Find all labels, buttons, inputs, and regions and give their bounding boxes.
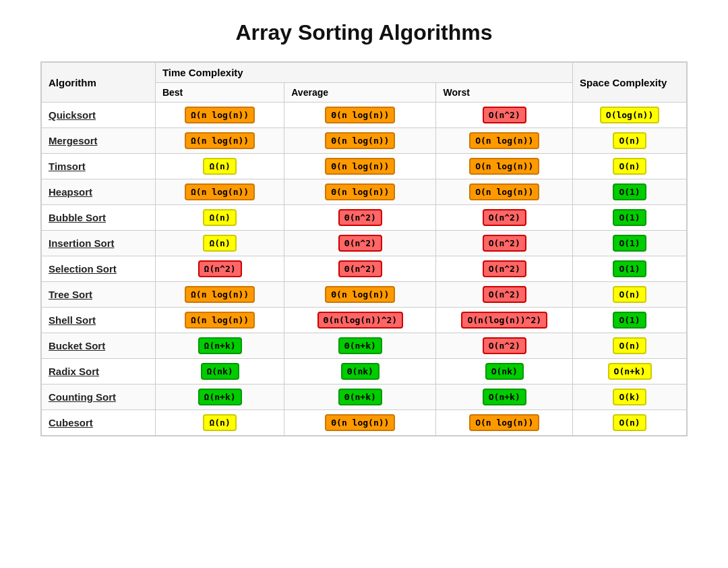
space-cell: O(1) [573, 256, 687, 282]
algo-name-cell[interactable]: Timsort [42, 154, 156, 179]
best-badge: Ω(n^2) [198, 260, 242, 277]
best-cell: Ω(n) [155, 410, 284, 436]
algo-name-cell[interactable]: Bubble Sort [42, 205, 156, 231]
algo-name[interactable]: Timsort [49, 161, 86, 172]
worst-time-badge: O(nk) [485, 363, 524, 380]
best-badge: Ω(n) [203, 414, 236, 431]
avg-badge: Θ(n^2) [338, 209, 382, 226]
worst-time-badge: O(n log(n)) [469, 183, 539, 200]
avg-badge: Θ(n log(n)) [325, 107, 395, 123]
worst-time-cell: O(n(log(n))^2) [436, 308, 573, 333]
space-cell: O(n+k) [573, 359, 687, 385]
table-row: HeapsortΩ(n log(n))Θ(n log(n))O(n log(n)… [42, 179, 687, 205]
avg-badge: Θ(n log(n)) [325, 132, 395, 149]
avg-cell: Θ(n log(n)) [284, 410, 436, 436]
worst-time-badge: O(n log(n)) [469, 132, 539, 149]
worst-time-cell: O(n^2) [436, 205, 573, 231]
avg-cell: Θ(n log(n)) [284, 103, 436, 128]
algo-name-cell[interactable]: Radix Sort [42, 359, 156, 385]
algo-name-cell[interactable]: Insertion Sort [42, 231, 156, 256]
worst-time-badge: O(n log(n)) [469, 414, 539, 431]
page-title: Array Sorting Algorithms [235, 20, 492, 45]
space-badge: O(1) [613, 260, 646, 277]
algo-name[interactable]: Cubesort [49, 417, 93, 428]
space-badge: O(n) [613, 132, 646, 149]
space-badge: O(1) [613, 312, 646, 329]
algo-name[interactable]: Selection Sort [49, 263, 117, 275]
header-time-complexity: Time Complexity [155, 63, 572, 83]
best-badge: Ω(n+k) [198, 389, 242, 405]
best-cell: Ω(n) [155, 205, 284, 231]
worst-time-cell: O(n log(n)) [436, 154, 573, 179]
avg-badge: Θ(n+k) [338, 389, 382, 405]
best-cell: Ω(n+k) [155, 385, 284, 410]
worst-time-badge: O(n^2) [483, 337, 526, 354]
table-row: Insertion SortΩ(n)Θ(n^2)O(n^2)O(1) [42, 231, 687, 256]
best-cell: Ω(n^2) [155, 256, 284, 282]
table-row: Bubble SortΩ(n)Θ(n^2)O(n^2)O(1) [42, 205, 687, 231]
algo-name-cell[interactable]: Mergesort [42, 128, 156, 154]
avg-badge: Θ(n log(n)) [325, 286, 395, 303]
space-cell: O(n) [573, 333, 687, 359]
avg-cell: Θ(n log(n)) [284, 128, 436, 154]
space-badge: O(n) [613, 286, 646, 303]
algo-name[interactable]: Tree Sort [49, 289, 92, 300]
space-cell: O(1) [573, 179, 687, 205]
algo-name[interactable]: Bubble Sort [49, 212, 106, 223]
algo-name[interactable]: Shell Sort [49, 314, 96, 326]
best-cell: Ω(n) [155, 231, 284, 256]
header-space-complexity: Space Complexity [573, 63, 687, 103]
best-badge: Ω(n log(n)) [185, 286, 255, 303]
algo-name[interactable]: Bucket Sort [49, 340, 105, 351]
algo-name[interactable]: Counting Sort [49, 391, 116, 403]
best-badge: Ω(n log(n)) [185, 312, 255, 329]
algo-name-cell[interactable]: Selection Sort [42, 256, 156, 282]
worst-time-cell: O(n^2) [436, 231, 573, 256]
space-badge: O(n+k) [608, 363, 652, 380]
avg-cell: Θ(n^2) [284, 256, 436, 282]
header-algorithm: Algorithm [42, 63, 156, 103]
algo-name-cell[interactable]: Tree Sort [42, 282, 156, 308]
space-badge: O(log(n)) [600, 107, 659, 123]
algo-name[interactable]: Quicksort [49, 109, 96, 121]
space-badge: O(n) [613, 158, 646, 175]
worst-time-badge: O(n+k) [483, 389, 526, 405]
algo-name-cell[interactable]: Shell Sort [42, 308, 156, 333]
algo-name-cell[interactable]: Heapsort [42, 179, 156, 205]
best-badge: Ω(n+k) [198, 337, 242, 354]
table-row: QuicksortΩ(n log(n))Θ(n log(n))O(n^2)O(l… [42, 103, 687, 128]
best-badge: Ω(n) [203, 235, 236, 252]
algo-name[interactable]: Heapsort [49, 186, 92, 198]
worst-time-cell: O(n+k) [436, 385, 573, 410]
avg-badge: Θ(n(log(n))^2) [317, 312, 404, 329]
worst-time-badge: O(n^2) [483, 107, 526, 123]
table-row: MergesortΩ(n log(n))Θ(n log(n))O(n log(n… [42, 128, 687, 154]
best-cell: Ω(n+k) [155, 333, 284, 359]
algo-name-cell[interactable]: Counting Sort [42, 385, 156, 410]
algo-name[interactable]: Radix Sort [49, 366, 99, 377]
space-badge: O(k) [613, 389, 646, 405]
avg-cell: Θ(n(log(n))^2) [284, 308, 436, 333]
algo-name-cell[interactable]: Quicksort [42, 103, 156, 128]
algo-name-cell[interactable]: Bucket Sort [42, 333, 156, 359]
avg-cell: Θ(n log(n)) [284, 179, 436, 205]
worst-time-badge: O(n(log(n))^2) [461, 312, 547, 329]
avg-badge: Θ(n log(n)) [325, 183, 395, 200]
avg-cell: Θ(n log(n)) [284, 282, 436, 308]
space-cell: O(n) [573, 154, 687, 179]
worst-time-cell: O(n^2) [436, 282, 573, 308]
header-average: Average [284, 83, 436, 103]
space-badge: O(1) [613, 183, 646, 200]
table-row: TimsortΩ(n)Θ(n log(n))O(n log(n))O(n) [42, 154, 687, 179]
avg-cell: Θ(n^2) [284, 231, 436, 256]
space-cell: O(1) [573, 205, 687, 231]
header-best: Best [155, 83, 284, 103]
best-cell: Ω(n log(n)) [155, 308, 284, 333]
algo-name[interactable]: Insertion Sort [49, 237, 115, 249]
avg-cell: Θ(n+k) [284, 385, 436, 410]
algo-name[interactable]: Mergesort [49, 135, 98, 146]
worst-time-cell: O(n log(n)) [436, 128, 573, 154]
space-badge: O(1) [613, 209, 646, 226]
space-cell: O(k) [573, 385, 687, 410]
algo-name-cell[interactable]: Cubesort [42, 410, 156, 436]
